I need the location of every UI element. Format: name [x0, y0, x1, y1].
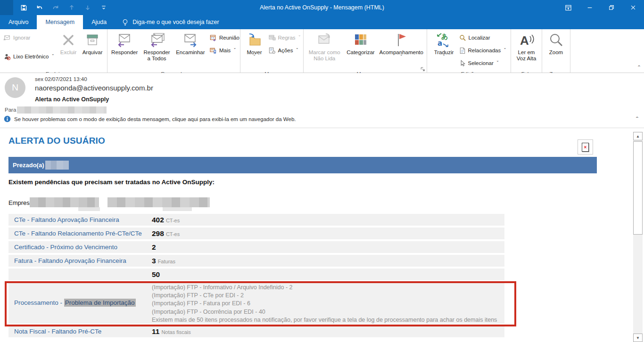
traduzir-button[interactable]: あa Traduzir ˇ: [431, 31, 457, 70]
ler-em-voz-alta-button[interactable]: A Ler em Voz Alta: [513, 31, 540, 70]
lixo-eletronico-button[interactable]: Lixo Eletrônico ˇ: [2, 51, 57, 62]
tab-mensagem[interactable]: Mensagem: [37, 15, 83, 29]
ribbon-group-marcas: Marcar como Não Lida Categorizar ˇ Acomp…: [304, 29, 427, 73]
table-row: Fatura - Faltando Aprovação Financeira 3…: [8, 255, 504, 267]
ribbon-group-mover: Mover ˇ Regras ˇ Ações ˇ: [240, 29, 304, 73]
to-label: Para: [5, 107, 16, 113]
vertical-scrollbar[interactable]: ▲ ▼: [633, 132, 643, 342]
minimize-icon[interactable]: [579, 0, 601, 15]
lightbulb-icon: [122, 18, 129, 26]
acompanhamento-button[interactable]: Acompanhamento ˇ: [378, 31, 425, 70]
move-down-icon: [82, 2, 93, 13]
chevron-down-icon: ˇ: [359, 56, 362, 59]
greeting-text: Prezado(a): [13, 162, 44, 169]
tab-ajuda[interactable]: Ajuda: [83, 15, 115, 29]
chevron-down-icon: ˇ: [253, 56, 256, 59]
row-link[interactable]: CTe - Faltando Relacionamento Pré-CTe/CT…: [14, 228, 142, 239]
responder-a-todos-button[interactable]: Responder a Todos: [140, 31, 173, 70]
mais-button[interactable]: Mais ˇ: [208, 45, 238, 56]
message-subject: Alerta no Active OnSupply: [35, 96, 109, 103]
detail-line: (Importação) FTP - Fatura por EDI - 6: [152, 300, 497, 308]
acoes-button[interactable]: Ações ˇ: [267, 45, 301, 56]
highlighted-text: Problema de Importação: [64, 299, 136, 307]
tellme-box[interactable]: Diga-me o que você deseja fazer: [115, 15, 225, 29]
svg-text:A: A: [520, 33, 529, 48]
undo-icon[interactable]: [34, 2, 45, 13]
table-row: Nota Fiscal - Faltando Pré-CTe 11Notas f…: [8, 326, 504, 337]
unread-envelope-icon: [316, 32, 332, 49]
marcas-dialog-launcher-icon[interactable]: [420, 66, 425, 72]
info-bar[interactable]: Se houver problemas com o modo de exibiç…: [4, 115, 296, 122]
reuniao-button[interactable]: Reunião: [208, 33, 238, 43]
recipient-redacted: [17, 106, 107, 114]
zoom-magnifier-icon: [549, 32, 564, 49]
zoom-button[interactable]: Zoom: [545, 31, 568, 70]
close-icon[interactable]: [622, 0, 644, 15]
scroll-down-icon[interactable]: ▼: [633, 334, 643, 342]
lixo-eletronico-label: Lixo Eletrônico: [13, 54, 49, 59]
ribbon-group-fala: A Ler em Voz Alta Fala: [511, 29, 542, 73]
reply-all-envelope-icon: [149, 32, 165, 49]
collapse-ribbon-icon[interactable]: ˆ: [638, 66, 640, 71]
scrollbar-thumb[interactable]: [633, 141, 643, 235]
marcar-nao-lida-label: Marcar como Não Lida: [307, 49, 342, 62]
relacionadas-label: Relacionadas: [468, 48, 501, 53]
row-count: 2: [152, 243, 156, 251]
row-link[interactable]: Processamento - Problema de Importação: [14, 297, 136, 309]
row-link[interactable]: CTe - Faltando Aprovação Financeira: [14, 214, 119, 226]
tab-arquivo[interactable]: Arquivo: [0, 15, 37, 29]
row-link[interactable]: Certificado - Próximo do Vencimento: [14, 241, 117, 253]
responder-label: Responder: [111, 49, 138, 56]
avatar[interactable]: N: [5, 77, 25, 98]
row-count: 298: [152, 229, 164, 237]
row-unit: Notas fiscais: [161, 329, 190, 335]
tellme-label: Diga-me o que você deseja fazer: [132, 19, 219, 25]
broken-image-placeholder[interactable]: ×: [578, 139, 593, 155]
app-icon[interactable]: [0, 0, 13, 15]
message-header: N sex 02/07/2021 13:40 naoresponda@activ…: [0, 73, 644, 128]
row-link[interactable]: Nota Fiscal - Faltando Pré-CTe: [14, 326, 101, 337]
reply-envelope-icon: [116, 32, 132, 49]
row-link[interactable]: Fatura - Faltando Aprovação Financeira: [14, 255, 126, 267]
restore-icon[interactable]: [601, 0, 622, 15]
meeting-icon: [209, 34, 217, 41]
sender-address[interactable]: naoresponda@activeonsupply.com.br: [35, 84, 153, 92]
body-title: ALERTA DO USUÁRIO: [8, 136, 105, 146]
customize-qat-icon[interactable]: [98, 2, 109, 13]
window-controls: [557, 0, 644, 15]
company-redacted: [107, 197, 210, 207]
detail-line: (Importação) FTP - Informativo / Arquivo…: [152, 284, 497, 292]
ribbon-display-options-icon[interactable]: [557, 0, 579, 15]
broken-image-x-icon: ×: [582, 143, 589, 152]
encaminhar-button[interactable]: Encaminhar: [174, 31, 207, 70]
table-row: 50: [8, 269, 504, 280]
ignorar-button: Ignorar: [2, 33, 57, 43]
mover-button[interactable]: Mover ˇ: [243, 31, 266, 70]
ribbon-tabs: Arquivo Mensagem Ajuda Diga-me o que voc…: [0, 15, 644, 29]
localizar-button[interactable]: Localizar: [458, 33, 507, 43]
search-icon: [459, 34, 466, 41]
ignorar-label: Ignorar: [13, 35, 30, 41]
move-folder-icon: [247, 32, 263, 49]
collapse-header-icon[interactable]: ˆ: [636, 115, 638, 123]
ignore-icon: [3, 34, 11, 41]
arquivar-button[interactable]: Arquivar: [80, 31, 105, 70]
intro-text: Existem pendências que precisam ser trat…: [8, 179, 215, 186]
company-redacted: [78, 207, 100, 211]
regras-label: Regras: [278, 35, 296, 41]
categorize-squares-icon: [354, 32, 368, 49]
categorizar-button[interactable]: Categorizar ˇ: [344, 31, 377, 70]
chevron-down-icon: ˇ: [296, 49, 298, 52]
relacionadas-button[interactable]: Relacionadas ˇ: [458, 45, 507, 56]
responder-button[interactable]: Responder: [109, 31, 140, 70]
table-row: Certificado - Próximo do Vencimento 2: [8, 241, 504, 253]
follow-up-flag-icon: [395, 32, 407, 49]
scroll-up-icon[interactable]: ▲: [633, 132, 643, 140]
zoom-label: Zoom: [549, 49, 563, 56]
save-icon[interactable]: [18, 2, 29, 13]
row-count: 11: [152, 327, 159, 335]
selecionar-button[interactable]: Selecionar ˇ: [458, 58, 507, 68]
table-row: CTe - Faltando Relacionamento Pré-CTe/CT…: [8, 228, 504, 239]
responder-a-todos-label: Responder a Todos: [142, 49, 171, 62]
row-unit: CT-es: [166, 218, 180, 223]
